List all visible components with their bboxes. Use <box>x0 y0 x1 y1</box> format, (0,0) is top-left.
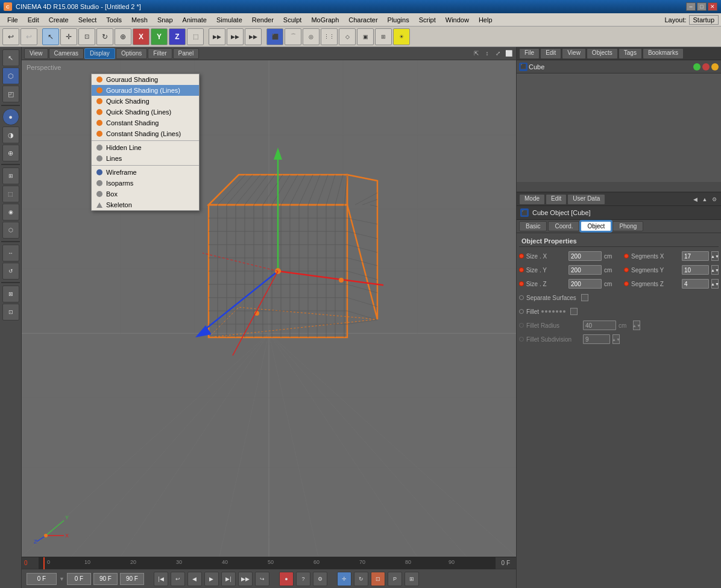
om-bookmarks-btn[interactable]: Bookmarks <box>643 48 684 59</box>
menu-select[interactable]: Select <box>74 15 102 25</box>
size-x-radio[interactable] <box>519 254 524 258</box>
current-frame-input[interactable] <box>27 573 57 585</box>
psr-tool-t[interactable]: P <box>388 572 402 586</box>
attr-up-btn[interactable]: ▲ <box>701 195 709 204</box>
nurbs-tool[interactable]: ◎ <box>303 28 320 45</box>
menu-edit[interactable]: Edit <box>23 15 44 25</box>
deformer-tool[interactable]: ◇ <box>339 28 356 45</box>
seg-y-input[interactable] <box>682 265 709 275</box>
seg-z-radio[interactable] <box>624 281 629 286</box>
transform-tool[interactable]: ⊕ <box>115 28 131 45</box>
vp-view-btn[interactable]: View <box>24 48 48 59</box>
om-file-btn[interactable]: File <box>519 48 540 59</box>
size-z-radio[interactable] <box>519 281 524 286</box>
attr-tab-basic[interactable]: Basic <box>519 221 547 231</box>
attr-userdata-btn[interactable]: User Data <box>567 194 605 205</box>
dm-constant[interactable]: Constant Shading <box>92 117 199 128</box>
dm-gouraud[interactable]: Gouraud Shading <box>92 74 199 85</box>
dm-lines[interactable]: Lines <box>92 153 199 164</box>
light-tool[interactable]: ☀ <box>393 28 410 45</box>
record-help[interactable]: ? <box>296 572 310 586</box>
animation-btn3[interactable]: ▶▶ <box>245 28 262 45</box>
dm-quick-lines[interactable]: Quick Shading (Lines) <box>92 107 199 117</box>
seg-z-input[interactable] <box>682 279 709 289</box>
menu-plugins[interactable]: Plugins <box>383 15 414 25</box>
menu-file[interactable]: File <box>2 15 23 25</box>
select-tool[interactable]: ↖ <box>42 28 59 45</box>
menu-simulate[interactable]: Simulate <box>212 15 247 25</box>
vp-fullscreen[interactable]: ⬜ <box>504 49 514 58</box>
seg-x-input[interactable] <box>682 251 709 261</box>
fillet-subdiv-spinner[interactable]: ▲▼ <box>612 334 620 344</box>
minimize-button[interactable]: – <box>686 2 696 11</box>
size-y-radio[interactable] <box>519 267 524 272</box>
vp-cameras-btn[interactable]: Cameras <box>49 48 84 59</box>
fps-input[interactable] <box>120 573 144 585</box>
move-tool-t[interactable]: ✛ <box>337 572 351 586</box>
om-tag-dot[interactable] <box>711 63 719 70</box>
fillet-radius-spinner[interactable]: ▲▼ <box>633 321 640 330</box>
rotate-tool[interactable]: ↻ <box>96 28 113 45</box>
cube-3d[interactable] <box>172 133 383 361</box>
om-visibility-green[interactable] <box>693 63 701 70</box>
dm-isoparms[interactable]: Isoparms <box>92 178 199 189</box>
attr-tab-phong[interactable]: Phong <box>612 221 643 231</box>
maximize-button[interactable]: □ <box>697 2 707 11</box>
lt-tool2[interactable]: ⬡ <box>2 67 19 84</box>
all-axis-button[interactable]: ⬚ <box>187 28 204 45</box>
vp-filter-btn[interactable]: Filter <box>148 48 172 59</box>
window-controls[interactable]: – □ ✕ <box>686 2 717 11</box>
go-end-button[interactable]: ↪ <box>255 572 269 586</box>
size-y-input[interactable] <box>568 265 602 275</box>
vp-icon1[interactable]: ⇱ <box>471 49 481 58</box>
scale-tool-t[interactable]: ⊡ <box>371 572 385 586</box>
camera-tool[interactable]: ⊞ <box>375 28 392 45</box>
fillet-subdiv-radio[interactable] <box>519 337 524 342</box>
attr-settings-btn[interactable]: ⚙ <box>710 195 719 204</box>
scale-tool[interactable]: ⊡ <box>78 28 95 45</box>
dm-gouraud-lines[interactable]: Gouraud Shading (Lines) <box>92 85 199 96</box>
lt-tool13[interactable]: ⊠ <box>2 286 19 302</box>
dm-wireframe[interactable]: Wireframe <box>92 167 199 178</box>
prev-key-button[interactable]: ↩ <box>171 572 185 586</box>
dm-box[interactable]: Box <box>92 189 199 199</box>
seg-x-radio[interactable] <box>624 254 629 258</box>
undo-button[interactable]: ↩ <box>2 28 19 45</box>
object-list-area[interactable] <box>517 74 721 182</box>
menu-render[interactable]: Render <box>247 15 279 25</box>
lt-tool10[interactable]: ⬡ <box>2 222 19 239</box>
record-settings[interactable]: ⚙ <box>313 572 327 586</box>
end-frame-input[interactable] <box>93 573 118 585</box>
vp-display-btn[interactable]: Display <box>84 48 115 59</box>
y-axis-button[interactable]: Y <box>151 28 168 45</box>
x-axis-button[interactable]: X <box>133 28 150 45</box>
attr-tab-object[interactable]: Object <box>581 221 611 231</box>
attr-mode-btn[interactable]: Mode <box>519 194 545 205</box>
attr-edit-btn[interactable]: Edit <box>546 194 567 205</box>
menu-help[interactable]: Help <box>474 15 497 25</box>
om-objects-btn[interactable]: Objects <box>587 48 618 59</box>
separate-surfaces-checkbox[interactable] <box>581 294 588 301</box>
lt-tool4[interactable]: ● <box>2 108 19 125</box>
menu-character[interactable]: Character <box>344 15 382 25</box>
menu-tools[interactable]: Tools <box>101 15 127 25</box>
seg-z-spinner[interactable]: ▲▼ <box>711 279 719 289</box>
move-tool[interactable]: ✛ <box>60 28 77 45</box>
z-axis-button[interactable]: Z <box>169 28 186 45</box>
menu-mograph[interactable]: MoGraph <box>306 15 344 25</box>
next-frame-button[interactable]: ▶| <box>221 572 236 586</box>
sep-surf-radio[interactable] <box>519 295 524 300</box>
scene-tool[interactable]: ▣ <box>357 28 374 45</box>
grid-mode[interactable]: ⊞ <box>405 572 419 586</box>
attr-tab-coord[interactable]: Coord. <box>548 221 579 231</box>
vp-panel-btn[interactable]: Panel <box>173 48 200 59</box>
dm-constant-lines[interactable]: Constant Shading (Lines) <box>92 128 199 139</box>
seg-y-spinner[interactable]: ▲▼ <box>711 265 719 275</box>
fillet-checkbox[interactable] <box>570 308 578 315</box>
redo-button[interactable]: ↩ <box>20 28 37 45</box>
play-button[interactable]: ▶ <box>204 572 219 586</box>
size-z-input[interactable] <box>568 279 602 289</box>
cube-shape[interactable]: ⬛ <box>266 28 283 45</box>
menu-window[interactable]: Window <box>441 15 474 25</box>
cube-object-name[interactable]: Cube <box>529 63 544 70</box>
